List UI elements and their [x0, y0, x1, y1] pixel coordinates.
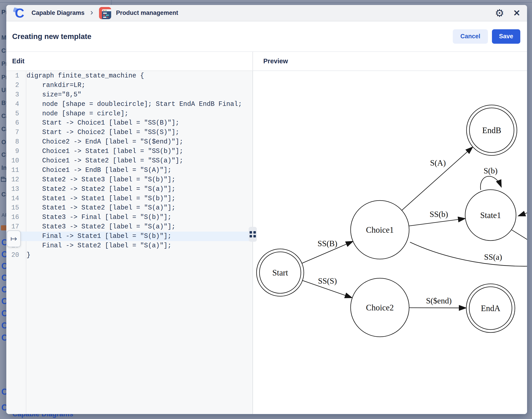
backdrop-sidebar-fragment: C: [1, 321, 6, 330]
line-number: 1: [6, 71, 23, 81]
modal-header-bar: C Capable Diagrams › Product management …: [6, 5, 527, 21]
code-line[interactable]: 8 Choice2 -> EndA [label = "S($end)"];: [6, 137, 252, 147]
diagram-preview-pane: SS(B)SS(S)S(A)SS(b)SS(a)S(b)S($end)Start…: [253, 71, 527, 414]
edge-label: S(b): [484, 166, 497, 175]
backdrop-sidebar-fragment: Ca: [1, 113, 6, 120]
backdrop-sidebar-fragment: By: [1, 100, 6, 106]
backdrop-sidebar-fragment: C: [1, 238, 6, 247]
edge-Choice2-to-EndA: [409, 308, 466, 308]
code-line[interactable]: 15 State1 -> State2 [label = "S(a)"];: [6, 203, 252, 213]
edge-State1-to-State1: [481, 176, 501, 190]
line-number: 15: [6, 203, 23, 213]
backdrop-sidebar-fragment: In: [1, 164, 6, 171]
line-number: 7: [6, 128, 23, 137]
code-line[interactable]: 11 Choice1 -> EndB [label = "S(A)"];: [6, 166, 252, 175]
capable-diagrams-logo-icon: C: [13, 7, 26, 20]
code-text[interactable]: Start -> Choice1 [label = "SS(B)"];: [23, 118, 179, 128]
backdrop-sidebar-fragment: C: [1, 261, 6, 271]
code-text[interactable]: State1 -> State1 [label = "S(b)"];: [23, 194, 175, 203]
split-drag-handle-icon[interactable]: [249, 227, 257, 242]
edge-Choice1-to-State1: [409, 219, 465, 226]
code-text[interactable]: rankdir=LR;: [23, 81, 85, 90]
edge-label: S($end): [426, 296, 452, 305]
code-line[interactable]: 20}: [6, 250, 252, 260]
code-text[interactable]: Choice1 -> State2 [label = "SS(a)"];: [23, 156, 183, 166]
edge-Final-to-State1: [518, 210, 527, 216]
code-line[interactable]: 4 node [shape = doublecircle]; Start End…: [6, 100, 252, 109]
icon-chart: [1, 225, 6, 230]
code-text[interactable]: Start -> Choice2 [label = "SS(S)"];: [23, 128, 179, 137]
code-text[interactable]: State1 -> State2 [label = "S(a)"];: [23, 203, 175, 213]
code-line[interactable]: 19 Final -> State2 [label = "S(a)"];: [6, 241, 252, 250]
breadcrumb-app-name[interactable]: Capable Diagrams: [32, 10, 85, 16]
code-text[interactable]: size="8,5": [23, 90, 81, 100]
node-label-EndB: EndB: [482, 126, 501, 135]
backdrop-sidebar-fragment: C: [1, 296, 6, 306]
code-line[interactable]: 9 Choice1 -> State1 [label = "SS(b)"];: [6, 147, 252, 156]
code-text[interactable]: node [shape = doublecircle]; Start EndA …: [23, 100, 242, 109]
preview-pane-heading: Preview: [263, 57, 288, 65]
code-line[interactable]: 5 node [shape = circle];: [6, 109, 252, 118]
code-line[interactable]: 13 State2 -> State2 [label = "S(a)"];: [6, 184, 252, 194]
product-management-icon: [99, 7, 111, 19]
line-number: 3: [6, 90, 23, 100]
backdrop-sidebar-fragment: Pr: [1, 9, 6, 16]
code-text[interactable]: State2 -> State2 [label = "S(a)"];: [23, 184, 175, 194]
backdrop-sidebar-fragment: C: [1, 309, 6, 318]
backdrop-sidebar-fragment: Cl: [1, 47, 6, 54]
code-line[interactable]: 3 size="8,5": [6, 90, 252, 100]
code-line[interactable]: 2 rankdir=LR;: [6, 81, 252, 90]
backdrop-sidebar-fragment: C: [1, 403, 6, 412]
code-line[interactable]: 12 State2 -> State3 [label = "S(b)"];: [6, 175, 252, 184]
line-number: 20: [6, 250, 23, 260]
line-number: 17: [6, 222, 23, 232]
code-text[interactable]: State3 -> State2 [label = "S(a)"];: [23, 222, 175, 232]
backdrop-sidebar-fragment: Cr: [1, 191, 6, 198]
settings-gear-button[interactable]: ⚙: [495, 8, 504, 18]
backdrop-sidebar-fragment: C: [1, 249, 6, 259]
code-text[interactable]: node [shape = circle];: [23, 109, 128, 118]
code-text[interactable]: digraph finite_state_machine {: [23, 71, 144, 81]
code-line[interactable]: 17 State3 -> State2 [label = "S(a)"];: [6, 222, 252, 232]
line-number: 10: [6, 156, 23, 166]
breadcrumb-page-name[interactable]: Product management: [116, 10, 178, 16]
node-label-EndA: EndA: [481, 304, 500, 313]
code-line[interactable]: 18 Final -> State1 [label = "S(b)"];: [6, 232, 252, 241]
node-label-Start: Start: [272, 268, 288, 277]
code-text[interactable]: Final -> State2 [label = "S(a)"];: [23, 241, 172, 250]
code-line[interactable]: 6 Start -> Choice1 [label = "SS(B)"];: [6, 118, 252, 128]
new-template-modal: C Capable Diagrams › Product management …: [6, 5, 527, 414]
backdrop-panel-border: [111, 0, 112, 5]
code-text[interactable]: State2 -> State3 [label = "S(b)"];: [23, 175, 175, 184]
node-label-Choice1: Choice1: [366, 225, 394, 235]
icon-folder: [1, 178, 6, 182]
code-line[interactable]: 14 State1 -> State1 [label = "S(b)"];: [6, 194, 252, 203]
cancel-button[interactable]: Cancel: [453, 29, 488, 44]
code-text[interactable]: Choice2 -> EndA [label = "S($end)"];: [23, 137, 183, 147]
save-button[interactable]: Save: [492, 29, 520, 44]
code-line[interactable]: 7 Start -> Choice2 [label = "SS(S)"];: [6, 128, 252, 137]
backdrop-sidebar-fragment: M: [1, 34, 6, 41]
cursor-position-button[interactable]: ↦: [7, 230, 21, 247]
backdrop-sidebar-fragment: Pr: [1, 60, 6, 67]
close-modal-button[interactable]: ✕: [513, 9, 520, 17]
code-text[interactable]: Final -> State1 [label = "S(b)"];: [23, 232, 172, 241]
code-line[interactable]: 10 Choice1 -> State2 [label = "SS(a)"];: [6, 156, 252, 166]
code-line[interactable]: 16 State3 -> Final [label = "S(b)"];: [6, 213, 252, 222]
dot-code-editor[interactable]: ↦ 1digraph finite_state_machine {2 rankd…: [6, 71, 252, 414]
code-text[interactable]: Choice1 -> State1 [label = "SS(b)"];: [23, 147, 183, 156]
node-label-State1: State1: [480, 211, 501, 220]
code-line[interactable]: 1digraph finite_state_machine {: [6, 71, 252, 81]
split-divider[interactable]: [252, 71, 253, 414]
edge-Choice1-to-EndB: [402, 147, 473, 210]
modal-title-row: Creating new template Cancel Save: [6, 21, 527, 51]
edit-pane-heading: Edit: [12, 57, 25, 65]
line-number: 6: [6, 118, 23, 128]
code-text[interactable]: Choice1 -> EndB [label = "S(A)"];: [23, 166, 172, 175]
modal-content: ↦ 1digraph finite_state_machine {2 rankd…: [6, 71, 527, 414]
code-text[interactable]: State3 -> Final [label = "S(b)"];: [23, 213, 172, 222]
logo-letter: C: [15, 7, 24, 20]
backdrop-sidebar-fragment: AP: [1, 212, 6, 218]
code-text[interactable]: }: [23, 250, 30, 260]
backdrop-sidebar-fragment: Pr: [1, 74, 6, 81]
